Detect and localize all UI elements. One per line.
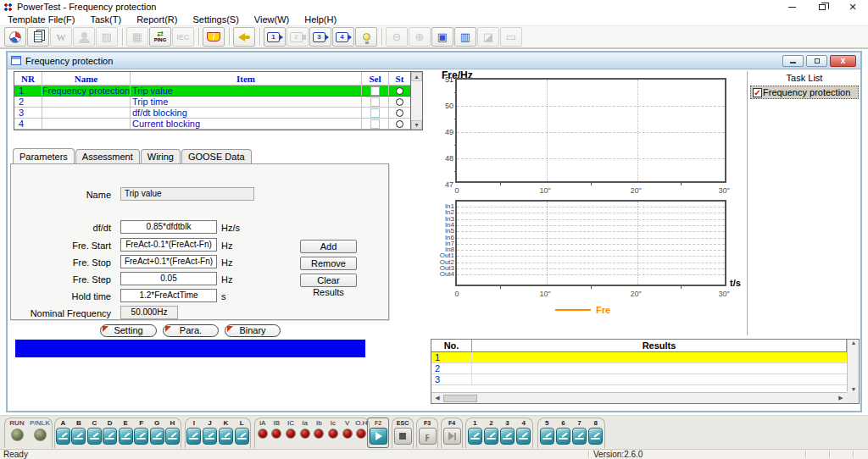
bulb-icon[interactable] [355, 27, 377, 47]
switch-c-button[interactable] [87, 428, 102, 445]
iec-icon[interactable]: IEC [172, 27, 194, 47]
tab-wiring[interactable]: Wiring [141, 149, 181, 163]
binary-button[interactable]: Binary [225, 324, 281, 337]
setting-button[interactable]: Setting [100, 324, 157, 337]
user-icon[interactable] [73, 27, 95, 47]
grid-icon[interactable]: ▦ [126, 27, 148, 47]
switch-l-button[interactable] [235, 428, 249, 445]
view-4-icon[interactable]: 4 [332, 27, 354, 47]
switch-b-button[interactable] [71, 428, 86, 445]
scroll-thumb[interactable] [443, 395, 477, 402]
export-icon[interactable]: ◪ [477, 27, 499, 47]
hold-time-field[interactable]: 1.2*FreActTime [120, 289, 217, 302]
scroll-down-icon[interactable]: ▼ [848, 386, 860, 392]
sel-checkbox[interactable] [370, 86, 380, 96]
results-vscrollbar[interactable]: ▲ ▼ [847, 340, 859, 392]
results-hscrollbar[interactable]: ◀ ▶ [431, 392, 847, 403]
view-2-icon[interactable]: 2 [287, 27, 309, 47]
scroll-up-icon[interactable]: ▲ [411, 72, 422, 81]
table-row[interactable]: 2 Trip time [14, 97, 410, 108]
stop-esc-button[interactable] [394, 428, 412, 445]
tab-goose-data[interactable]: GOOSE Data [181, 149, 252, 163]
switch-8-button[interactable] [588, 428, 603, 445]
zoom-out-icon[interactable]: ⊖ [386, 27, 408, 47]
switch-2-button[interactable] [484, 428, 498, 445]
next-f4-button[interactable] [443, 428, 461, 445]
results-row[interactable]: 3 [431, 374, 859, 385]
menu-settings[interactable]: Settings(S) [185, 14, 246, 25]
manual-book-icon[interactable] [203, 27, 225, 47]
switch-d-button[interactable] [103, 428, 117, 445]
fre-step-field[interactable]: 0.05 [120, 272, 217, 285]
screen-window-icon[interactable]: ▥ [454, 27, 476, 47]
sel-checkbox[interactable] [370, 108, 380, 118]
toolbar-separator [122, 28, 123, 46]
monitor-icon[interactable]: ▭ [500, 27, 522, 47]
splitter[interactable] [747, 71, 748, 335]
screen-search-icon[interactable]: ▣ [431, 27, 453, 47]
switch-e-button[interactable] [119, 428, 133, 445]
remove-button[interactable]: Remove [300, 257, 357, 270]
switch-k-button[interactable] [219, 428, 233, 445]
scroll-up-icon[interactable]: ▲ [848, 340, 860, 346]
switch-h-button[interactable] [165, 428, 180, 445]
scroll-down-icon[interactable]: ▼ [411, 120, 422, 130]
menu-report[interactable]: Report(R) [129, 14, 185, 25]
fre-stop-field[interactable]: FreAct+0.1*(FreAct-Fn) [120, 255, 217, 268]
close-button[interactable]: ✕ [837, 0, 868, 14]
para-button[interactable]: Para. [163, 324, 219, 337]
run-f2-button[interactable] [370, 428, 387, 445]
table-row[interactable]: 1 Frequency protection Trip value [14, 86, 410, 97]
ping-icon[interactable]: ⇄PING [149, 27, 171, 47]
report-copy-icon[interactable] [27, 27, 49, 47]
fre-start-field[interactable]: FreAct-0.1*(FreAct-Fn) [120, 238, 217, 252]
menu-template-file[interactable]: Template File(F) [0, 14, 82, 25]
child-minimize-button[interactable] [782, 55, 804, 67]
scroll-right-icon[interactable]: ▶ [835, 395, 847, 401]
sel-checkbox[interactable] [370, 97, 380, 107]
photo-icon[interactable]: ▨ [96, 27, 118, 47]
switch-f-button[interactable] [134, 428, 148, 445]
view-1-icon[interactable]: 1 [264, 27, 286, 47]
switch-a-button[interactable] [56, 428, 70, 445]
minimize-button[interactable] [776, 0, 807, 14]
switch-j-button[interactable] [203, 428, 217, 445]
dfdt-field[interactable]: 0.85*dfdtblk [120, 220, 217, 234]
sel-checkbox[interactable] [370, 119, 380, 129]
table-row[interactable]: 3 df/dt blocking [14, 108, 410, 119]
child-restore-button[interactable] [806, 55, 827, 67]
switch-3-button[interactable] [500, 428, 515, 445]
pie-icon[interactable] [4, 27, 26, 47]
task-list-item[interactable]: ✓ Frequency protection [750, 86, 859, 99]
results-row[interactable]: 1 [431, 352, 859, 363]
menu-task[interactable]: Task(T) [82, 14, 129, 25]
word-export-icon[interactable]: W [50, 27, 72, 47]
nominal-frequency-field: 50.000Hz [120, 306, 178, 319]
table-scrollbar[interactable]: ▲ ▼ [410, 72, 422, 130]
menu-view[interactable]: View(W) [247, 14, 297, 25]
switch-7-button[interactable] [572, 428, 587, 445]
switch-1-button[interactable] [468, 428, 482, 445]
zoom-in-icon[interactable]: ⊕ [409, 27, 431, 47]
tab-parameters[interactable]: Parameters [13, 148, 75, 163]
child-close-button[interactable]: x [830, 55, 856, 67]
task-checkbox[interactable]: ✓ [753, 88, 762, 97]
go-back-icon[interactable] [233, 27, 255, 47]
trigger-f3-button[interactable]: ϝ [419, 428, 437, 445]
tab-assessment[interactable]: Assessment [75, 149, 140, 163]
switch-4-button[interactable] [516, 428, 531, 445]
view-3-icon[interactable]: 3 [309, 27, 331, 47]
hold-time-unit: s [221, 291, 226, 301]
switch-6-button[interactable] [556, 428, 570, 445]
results-row[interactable]: 2 [431, 363, 859, 374]
add-button[interactable]: Add [300, 240, 357, 253]
switch-i-button[interactable] [186, 428, 201, 445]
restore-button[interactable] [807, 0, 837, 14]
name-field[interactable]: Trip value [120, 187, 254, 201]
menu-help[interactable]: Help(H) [297, 14, 344, 25]
scroll-left-icon[interactable]: ◀ [431, 395, 443, 401]
clear-results-button[interactable]: Clear Results [300, 274, 357, 287]
switch-5-button[interactable] [540, 428, 554, 445]
switch-g-button[interactable] [150, 428, 164, 445]
table-row[interactable]: 4 Current blocking [14, 119, 410, 130]
